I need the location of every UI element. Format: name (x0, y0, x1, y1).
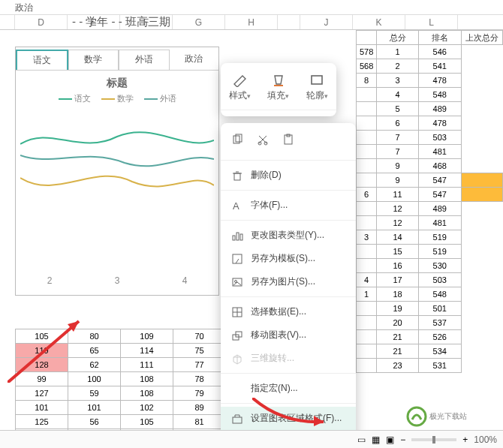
cell[interactable]: 568 (357, 59, 377, 74)
table-row[interactable]: 12489 (357, 202, 503, 216)
cell[interactable]: 81 (173, 415, 226, 429)
cell[interactable]: 17 (377, 273, 418, 287)
table-row[interactable]: 417503 (357, 273, 503, 287)
cell[interactable]: 578 (357, 45, 377, 59)
table-row[interactable]: 5781546 (357, 45, 503, 59)
cell[interactable] (357, 116, 377, 131)
view-icon-1[interactable]: ▭ (357, 434, 366, 445)
outline-button[interactable]: 轮廓▾ (306, 74, 328, 102)
cell[interactable]: 101 (16, 401, 68, 415)
table-row[interactable]: 314519 (357, 230, 503, 245)
cell[interactable]: 105 (121, 415, 173, 429)
cell[interactable]: 478 (418, 74, 461, 88)
legend-item[interactable]: 外语 (144, 93, 176, 104)
cell[interactable]: 20 (377, 316, 418, 330)
table-row[interactable]: 15519 (357, 245, 503, 259)
cell[interactable] (357, 245, 377, 259)
paste-icon[interactable] (282, 134, 294, 148)
cell[interactable]: 11 (377, 188, 418, 202)
cell[interactable]: 537 (418, 316, 461, 330)
cell[interactable]: 59 (68, 386, 121, 401)
col-J[interactable]: J (300, 15, 353, 29)
col-G[interactable]: G (173, 15, 225, 29)
menu-assign-macro[interactable]: 指定宏(N)... (221, 377, 356, 400)
cell[interactable]: 1 (357, 287, 377, 302)
tab-politics[interactable]: 政治 (170, 50, 219, 70)
embedded-chart[interactable]: 语文 数学 外语 政治 标题 语文 数学 外语 234 (15, 47, 219, 296)
table-row[interactable]: 7503 (357, 131, 503, 145)
cell[interactable]: 127 (16, 386, 68, 401)
menu-delete[interactable]: 删除(D) (221, 164, 356, 187)
cell[interactable]: 547 (418, 173, 461, 188)
cell[interactable]: 102 (121, 401, 173, 415)
col-L[interactable]: L (405, 15, 458, 29)
col-I[interactable] (278, 15, 300, 29)
view-icon-2[interactable]: ▦ (372, 434, 380, 445)
cell[interactable]: 105 (16, 329, 68, 344)
cell[interactable]: 77 (173, 358, 226, 372)
cell[interactable]: 15 (377, 245, 418, 259)
cell[interactable]: 108 (121, 386, 173, 401)
cell[interactable]: 4 (357, 273, 377, 287)
menu-select-data[interactable]: 选择数据(E)... (221, 300, 356, 323)
table-row[interactable]: 4548 (357, 88, 503, 102)
cell[interactable] (357, 145, 377, 159)
cell[interactable]: 109 (121, 329, 173, 344)
cell[interactable]: 21 (377, 330, 418, 344)
cell[interactable]: 3 (377, 74, 418, 88)
cell[interactable]: 519 (418, 245, 461, 259)
cell[interactable] (357, 259, 377, 273)
hdr-prev[interactable]: 上次总分 (461, 31, 502, 45)
table-row[interactable]: 21534 (357, 344, 503, 359)
row-col-corner[interactable] (0, 15, 15, 29)
cell[interactable]: 546 (418, 45, 461, 59)
col-H[interactable]: H (225, 15, 278, 29)
cell[interactable]: 70 (173, 329, 226, 344)
cell[interactable] (357, 102, 377, 116)
table-row[interactable]: 16530 (357, 259, 503, 273)
cell[interactable]: 125 (16, 415, 68, 429)
zoom-out[interactable]: − (400, 434, 405, 445)
cell[interactable]: 101 (68, 401, 121, 415)
hdr-rank[interactable]: 排名 (418, 31, 461, 45)
cell[interactable]: 18 (377, 287, 418, 302)
cell[interactable]: 19 (377, 302, 418, 316)
table-row[interactable]: 118548 (357, 287, 503, 302)
cell[interactable] (357, 131, 377, 145)
zoom-in[interactable]: + (462, 434, 468, 445)
cell[interactable]: 548 (418, 287, 461, 302)
table-row[interactable]: 6478 (357, 116, 503, 131)
cell[interactable]: 468 (418, 159, 461, 173)
legend-item[interactable]: 数学 (101, 93, 134, 104)
cell[interactable]: 541 (418, 59, 461, 74)
table-row[interactable]: 10110110289 (16, 401, 226, 415)
cell[interactable]: 6 (377, 116, 418, 131)
cell[interactable]: 503 (418, 131, 461, 145)
table-row[interactable]: 1255610581 (16, 415, 226, 429)
cell[interactable]: 534 (418, 344, 461, 359)
cell[interactable]: 530 (418, 259, 461, 273)
style-button[interactable]: 样式▾ (229, 74, 251, 102)
cell[interactable]: 78 (173, 372, 226, 386)
cell[interactable]: 119 (16, 344, 68, 358)
cell[interactable]: 3 (357, 230, 377, 245)
cell[interactable]: 481 (418, 216, 461, 230)
cell[interactable]: 481 (418, 145, 461, 159)
cell[interactable]: 14 (377, 230, 418, 245)
cell[interactable]: 501 (418, 302, 461, 316)
left-data-grid[interactable]: 1058010970119651147512862111779910010878… (15, 329, 226, 443)
cell[interactable]: 12 (377, 216, 418, 230)
cell[interactable]: 7 (377, 131, 418, 145)
formula-bar[interactable]: 政治 (0, 0, 503, 15)
col-K[interactable]: K (353, 15, 405, 29)
table-row[interactable]: 1196511475 (16, 344, 226, 358)
cell[interactable]: 111 (121, 358, 173, 372)
cell[interactable]: 89 (173, 401, 226, 415)
cell[interactable]: 5 (377, 102, 418, 116)
menu-format-chart-area[interactable]: 设置图表区域格式(F)... (221, 407, 356, 430)
cell[interactable]: 80 (68, 329, 121, 344)
cell[interactable]: 12 (377, 202, 418, 216)
cell[interactable]: 128 (16, 358, 68, 372)
table-row[interactable]: 611547 (357, 188, 503, 202)
cell[interactable]: 531 (418, 359, 461, 373)
